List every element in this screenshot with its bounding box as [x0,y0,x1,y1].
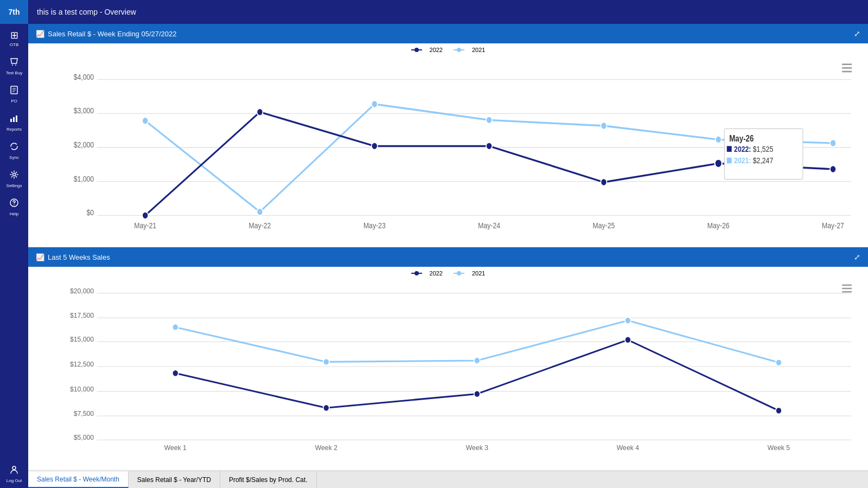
chart1-legend-2021-label: 2021 [472,47,485,53]
svg-point-0 [12,65,13,66]
svg-point-41 [716,136,722,143]
chart2-header: 📈 Last 5 Weeks Sales ⤢ [28,247,868,267]
sidebar-item-label-otb: OTB [10,42,18,47]
svg-text:$12,500: $12,500 [70,359,94,368]
svg-text:May-26: May-26 [707,221,730,230]
sidebar: 7th ⊞ OTB Test Buy PO [0,0,28,488]
chart2-legend-2021-label: 2021 [472,270,485,277]
svg-text:May-22: May-22 [249,221,271,230]
svg-point-87 [625,317,631,324]
svg-point-38 [372,100,378,107]
svg-rect-7 [13,117,15,122]
svg-text:Week 1: Week 1 [164,443,187,452]
sidebar-item-settings[interactable]: Settings [0,165,28,193]
chart2-svg: $5,000 $7,500 $10,000 $12,500 $15,000 $1… [61,280,857,453]
svg-text:Week: Week [469,452,486,453]
svg-point-86 [474,357,480,364]
tab-profit-sales-prod-cat[interactable]: Profit $/Sales by Prod. Cat. [220,471,317,488]
svg-text:$2,000: $2,000 [74,140,94,149]
chart2-title: Last 5 Weeks Sales [48,253,110,261]
svg-point-36 [142,117,148,124]
svg-text:2021: $2,247: 2021: $2,247 [734,156,773,165]
svg-point-62 [457,271,461,275]
sidebar-item-otb[interactable]: ⊞ OTB [0,24,28,52]
svg-point-39 [486,117,492,124]
tab-sales-retail-week-month[interactable]: Sales Retail $ - Week/Month [28,471,129,488]
svg-point-37 [257,208,263,215]
sidebar-item-sync[interactable]: Sync [0,137,28,165]
logo[interactable]: 7th [0,0,28,24]
chart1-header: 📈 Sales Retail $ - Week Ending 05/27/202… [28,24,868,43]
logout-icon [9,465,19,477]
tab-sales-retail-year-ytd-label: Sales Retail $ - Year/YTD [137,476,211,484]
svg-point-1 [15,65,16,66]
settings-icon [9,170,19,182]
sidebar-item-logout[interactable]: Log Out [0,460,28,488]
svg-text:May-21: May-21 [134,221,156,230]
svg-point-46 [486,143,492,150]
main-content: this is a test comp - Overview 📈 Sales R… [28,0,868,488]
sidebar-item-test-buy[interactable]: Test Buy [0,52,28,80]
svg-text:Week 5: Week 5 [768,443,790,452]
sidebar-bottom: Log Out [0,460,28,488]
svg-point-90 [323,404,329,411]
svg-rect-55 [727,146,732,152]
help-icon [9,198,19,210]
chart1-hamburger[interactable] [842,65,852,72]
svg-text:$4,000: $4,000 [74,73,94,81]
svg-text:May-24: May-24 [478,221,500,230]
chart1-header-left: 📈 Sales Retail $ - Week Ending 05/27/202… [36,30,177,38]
chart1-title: Sales Retail $ - Week Ending 05/27/2022 [48,30,177,38]
svg-rect-6 [10,119,12,122]
sections-wrap: 📈 Sales Retail $ - Week Ending 05/27/202… [28,24,868,488]
sidebar-item-reports[interactable]: Reports [0,108,28,137]
chart2-legend-2022: 2022 [411,270,443,277]
sidebar-item-label-testbuy: Test Buy [6,70,23,75]
chart1-body: $0 $1,000 $2,000 $3,000 $4,000 Sales Ret… [28,54,868,246]
svg-text:May-23: May-23 [363,221,386,230]
chart1-legend-2022-label: 2022 [430,47,443,53]
tab-sales-retail-year-ytd[interactable]: Sales Retail $ - Year/YTD [129,471,220,488]
chart2-expand-icon[interactable]: ⤢ [854,253,860,261]
svg-text:Week 3: Week 3 [466,443,488,452]
svg-point-48 [715,159,722,168]
sidebar-item-label-reports: Reports [7,127,22,132]
tab-profit-sales-prod-cat-label: Profit $/Sales by Prod. Cat. [229,476,308,484]
sidebar-item-label-help: Help [10,211,18,216]
svg-rect-8 [16,115,17,122]
svg-text:$17,500: $17,500 [70,311,94,320]
svg-text:$0: $0 [87,208,94,217]
svg-text:May-26: May-26 [729,134,754,143]
chart1-title-icon: 📈 [36,30,44,38]
svg-text:$20,000: $20,000 [70,286,94,295]
svg-point-40 [601,122,607,129]
chart1-expand-icon[interactable]: ⤢ [854,29,860,38]
top-bar: this is a test comp - Overview [28,0,868,24]
chart2-hamburger[interactable] [842,285,852,292]
svg-text:$5,000: $5,000 [74,433,94,442]
svg-point-16 [457,48,461,52]
sync-icon [9,142,19,154]
svg-point-14 [414,48,419,52]
svg-text:$3,000: $3,000 [74,106,94,115]
chart1-legend-2021: 2021 [454,47,485,53]
sidebar-item-help[interactable]: Help [0,193,28,221]
sidebar-item-po[interactable]: PO [0,80,28,108]
chart1-legend: 2022 2021 [28,43,868,54]
svg-point-84 [173,324,178,330]
reports-icon [9,113,19,126]
otb-icon: ⊞ [10,29,18,41]
tab-sales-retail-week-month-label: Sales Retail $ - Week/Month [37,476,119,483]
svg-rect-57 [727,158,732,164]
svg-point-45 [372,143,378,150]
chart2-body: $5,000 $7,500 $10,000 $12,500 $15,000 $1… [28,278,868,470]
svg-point-89 [173,370,178,376]
chart2-legend: 2022 2021 [28,267,868,278]
chart2-header-left: 📈 Last 5 Weeks Sales [36,253,110,261]
bottom-tabs: Sales Retail $ - Week/Month Sales Retail… [28,471,868,488]
svg-text:$7,500: $7,500 [74,409,94,418]
sidebar-item-label-settings: Settings [7,183,22,188]
svg-point-85 [323,358,329,365]
chart1-legend-2022: 2022 [411,47,443,53]
svg-point-11 [14,204,15,206]
